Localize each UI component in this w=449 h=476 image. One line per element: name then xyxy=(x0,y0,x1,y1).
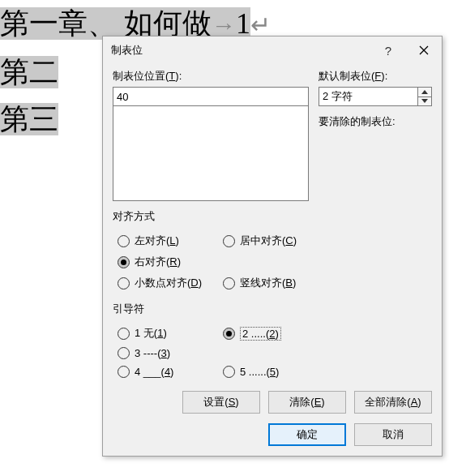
alignment-section-title: 对齐方式 xyxy=(113,209,432,224)
clear-button[interactable]: 清除(E) xyxy=(268,391,346,414)
tab-arrow-icon: → xyxy=(212,11,236,38)
align-decimal-radio[interactable]: 小数点对齐(D) xyxy=(118,276,223,290)
tabpos-label: 制表位位置(T): xyxy=(113,69,309,84)
clear-list-label: 要清除的制表位: xyxy=(319,114,432,129)
spin-up-button[interactable] xyxy=(417,87,432,96)
align-bar-radio[interactable]: 竖线对齐(B) xyxy=(223,276,328,290)
leader-1-radio[interactable]: 1 无(1) xyxy=(118,326,223,341)
dialog-title: 制表位 xyxy=(111,43,370,58)
leader-5-radio[interactable]: 5 ......(5) xyxy=(223,366,328,378)
line-break-icon: ↵ xyxy=(250,11,271,38)
help-button[interactable]: ? xyxy=(370,36,406,64)
tabpos-input[interactable] xyxy=(113,87,309,106)
cancel-button[interactable]: 取消 xyxy=(354,423,432,446)
spin-down-button[interactable] xyxy=(417,96,432,107)
ok-button[interactable]: 确定 xyxy=(268,423,346,446)
clear-all-button[interactable]: 全部清除(A) xyxy=(354,391,432,414)
tabs-dialog: 制表位 ? 制表位位置(T): 默认制表位(F): 要 xyxy=(102,36,443,457)
close-icon xyxy=(419,45,429,55)
default-tab-label: 默认制表位(F): xyxy=(319,69,432,84)
leader-section-title: 引导符 xyxy=(113,302,432,316)
titlebar[interactable]: 制表位 ? xyxy=(103,36,442,64)
leader-4-radio[interactable]: 4 ___(4) xyxy=(118,366,223,378)
set-button[interactable]: 设置(S) xyxy=(182,391,260,414)
close-button[interactable] xyxy=(406,36,442,64)
default-tab-input[interactable] xyxy=(319,87,417,106)
tabpos-listbox[interactable] xyxy=(113,105,309,201)
align-left-radio[interactable]: 左对齐(L) xyxy=(118,234,223,248)
align-center-radio[interactable]: 居中对齐(C) xyxy=(223,234,328,248)
leader-3-radio[interactable]: 3 ----(3) xyxy=(118,347,223,359)
leader-2-radio[interactable]: 2 .....(2) xyxy=(223,326,328,341)
align-right-radio[interactable]: 右对齐(R) xyxy=(118,255,223,269)
